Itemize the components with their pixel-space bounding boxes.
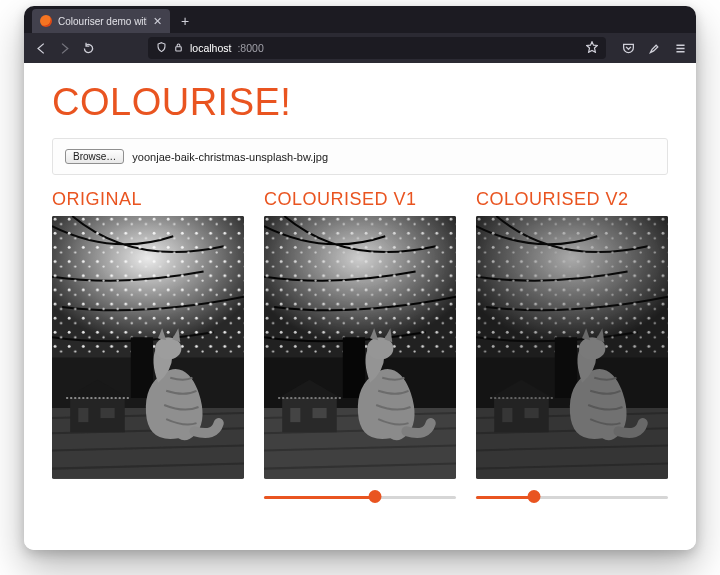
heading-v1: COLOURISED V1 (264, 189, 456, 210)
column-v1: COLOURISED V1 (264, 189, 456, 507)
selected-filename: yoonjae-baik-christmas-unsplash-bw.jpg (132, 151, 328, 163)
browser-toolbar: localhost:8000 (24, 33, 696, 63)
reload-button[interactable] (80, 40, 96, 56)
image-v1 (264, 216, 456, 479)
heading-original: ORIGINAL (52, 189, 244, 210)
close-tab-icon[interactable]: ✕ (153, 16, 162, 27)
forward-button[interactable] (56, 40, 72, 56)
extensions-button[interactable] (646, 40, 662, 56)
pocket-icon (622, 42, 635, 55)
column-v2: COLOURISED V2 (476, 189, 668, 507)
tab-title: Colouriser demo with OpenVIN (58, 16, 147, 27)
photo-svg (52, 216, 244, 479)
menu-icon (674, 42, 687, 55)
tint-overlay-v2 (476, 216, 668, 479)
tab-active[interactable]: Colouriser demo with OpenVIN ✕ (32, 9, 170, 33)
heading-v2: COLOURISED V2 (476, 189, 668, 210)
tint-overlay-v1 (264, 216, 456, 479)
svg-rect-0 (176, 46, 182, 50)
page-content: COLOURISE! Browse… yoonjae-baik-christma… (24, 63, 696, 550)
image-original (52, 216, 244, 479)
url-port: :8000 (237, 42, 263, 54)
slider-thumb[interactable] (527, 490, 540, 503)
slider-fill (476, 496, 534, 499)
ubuntu-favicon-icon (40, 15, 52, 27)
image-columns: ORIGINAL (52, 189, 668, 507)
svg-rect-11 (101, 408, 115, 418)
shield-icon (156, 42, 167, 55)
slider-v2[interactable] (476, 487, 668, 507)
app-menu-button[interactable] (672, 40, 688, 56)
browser-window: Colouriser demo with OpenVIN ✕ + localho… (24, 6, 696, 550)
slider-thumb[interactable] (369, 490, 382, 503)
new-tab-button[interactable]: + (174, 10, 196, 32)
slider-v1[interactable] (264, 487, 456, 507)
plus-icon: + (181, 13, 189, 29)
extension-icon (648, 42, 661, 55)
page-title: COLOURISE! (52, 81, 668, 124)
lock-icon (173, 42, 184, 55)
toolbar-right (620, 40, 688, 56)
image-v2 (476, 216, 668, 479)
pocket-button[interactable] (620, 40, 636, 56)
url-host: localhost (190, 42, 231, 54)
column-original: ORIGINAL (52, 189, 244, 507)
back-button[interactable] (32, 40, 48, 56)
bookmark-star-icon[interactable] (586, 41, 598, 55)
url-bar[interactable]: localhost:8000 (148, 37, 606, 59)
reload-icon (82, 42, 95, 55)
browse-button[interactable]: Browse… (65, 149, 124, 164)
back-icon (34, 42, 47, 55)
file-upload-box: Browse… yoonjae-baik-christmas-unsplash-… (52, 138, 668, 175)
svg-rect-5 (52, 216, 244, 357)
tab-strip: Colouriser demo with OpenVIN ✕ + (24, 6, 696, 33)
slider-fill (264, 496, 375, 499)
forward-icon (58, 42, 71, 55)
svg-rect-10 (78, 408, 88, 422)
